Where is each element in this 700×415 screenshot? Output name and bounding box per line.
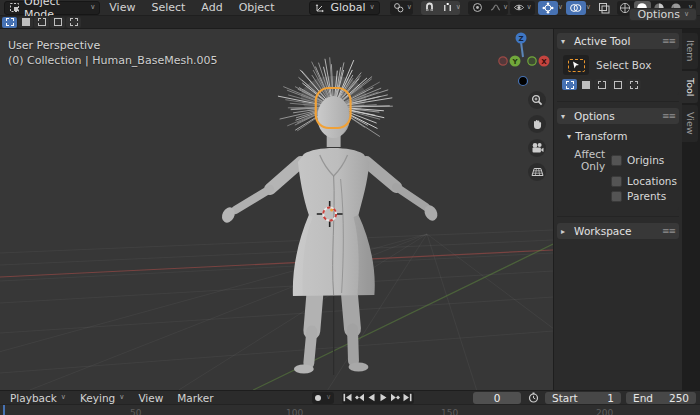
parents-checkbox[interactable]	[611, 191, 622, 202]
menu-object[interactable]: Object	[232, 1, 282, 15]
chevron-down-icon[interactable]: ∨	[586, 4, 591, 11]
camera-view-button[interactable]	[528, 139, 546, 157]
start-value: 1	[607, 392, 614, 404]
chevron-down-icon: ▾	[561, 37, 570, 46]
panel-mode-extend-button[interactable]	[578, 79, 593, 90]
keying-menu[interactable]: Keying ∨	[74, 392, 130, 404]
select-mode-intersect-button[interactable]	[66, 17, 81, 28]
preview-range-button[interactable]	[526, 392, 540, 404]
viewport-text-overlay: User Perspective (0) Collection | Human_…	[8, 38, 218, 68]
panel-menu-icon[interactable]: ≡≡	[662, 36, 675, 46]
viewport-header: Object Mode ∨ View Select Add Object Glo…	[0, 0, 700, 16]
mode-dropdown[interactable]: Object Mode ∨	[4, 1, 100, 15]
axis-z-negative	[519, 77, 528, 86]
tab-item[interactable]: Item	[682, 33, 698, 69]
tool-options-button[interactable]: Options ∨	[629, 8, 697, 21]
affect-only-origins-row: Affect Only Origins	[559, 148, 677, 172]
menu-add[interactable]: Add	[194, 1, 229, 15]
object-mode-icon	[9, 2, 20, 14]
blender-window: Object Mode ∨ View Select Add Object Glo…	[0, 0, 700, 415]
xray-toggle[interactable]	[594, 1, 614, 15]
gizmo-toggle-group: ∨	[538, 1, 563, 15]
zoom-button[interactable]	[528, 91, 546, 109]
chevron-down-icon: ∨	[456, 4, 460, 11]
stopwatch-icon	[528, 392, 539, 403]
axis-y-negative	[528, 57, 536, 65]
tab-view[interactable]: View	[682, 105, 698, 142]
marker-menu[interactable]: Marker	[171, 392, 219, 404]
view-perspective-label: User Perspective	[8, 38, 218, 53]
panel-menu-icon[interactable]: ≡≡	[662, 111, 675, 121]
start-frame-field[interactable]: Start 1	[545, 392, 621, 404]
character-mesh[interactable]	[219, 57, 440, 373]
transform-orientation-dropdown[interactable]: Global ∨	[309, 1, 379, 15]
select-mode-invert-button[interactable]	[50, 17, 65, 28]
record-button[interactable]	[312, 392, 324, 404]
jump-to-end-button[interactable]	[402, 392, 414, 404]
transport-controls	[342, 392, 414, 404]
pivot-point-dropdown[interactable]: ∨	[390, 1, 413, 15]
perspective-ortho-button[interactable]	[528, 163, 546, 181]
3d-viewport[interactable]: User Perspective (0) Collection | Human_…	[0, 29, 553, 390]
panel-mode-subtract-button[interactable]	[594, 79, 609, 90]
axis-x-label: X	[541, 58, 547, 66]
tab-tool[interactable]: Tool	[682, 71, 698, 103]
chevron-down-icon: ∨	[326, 394, 331, 401]
select-box-tool-button[interactable]	[563, 55, 589, 75]
previous-keyframe-button[interactable]	[354, 392, 366, 404]
transform-subpanel-header[interactable]: ▾ Transform	[559, 128, 677, 145]
record-dot-icon	[313, 393, 323, 403]
select-mode-subtract-button[interactable]	[34, 17, 49, 28]
overlays-icon	[569, 2, 582, 14]
select-mode-extend-button[interactable]	[18, 17, 33, 28]
chevron-down-icon: ▾	[561, 112, 570, 121]
chevron-down-icon[interactable]: ∨	[558, 4, 563, 11]
playback-menu[interactable]: Playback ∨	[4, 392, 72, 404]
proportional-circle-icon	[471, 2, 483, 14]
panel-menu-icon[interactable]: ≡≡	[662, 226, 675, 236]
select-mode-set-button[interactable]	[2, 17, 17, 28]
end-frame-field[interactable]: End 250	[626, 392, 696, 404]
active-tool-header[interactable]: ▾ Active Tool ≡≡	[557, 33, 679, 49]
playhead[interactable]	[3, 405, 5, 415]
locations-checkbox[interactable]	[611, 176, 622, 187]
active-tool-row: Select Box	[559, 53, 677, 79]
visibility-dropdown[interactable]: ∨	[510, 1, 535, 15]
panel-mode-set-button[interactable]	[562, 79, 577, 90]
active-tool-name: Select Box	[596, 59, 651, 71]
play-button[interactable]	[378, 392, 390, 404]
origins-checkbox[interactable]	[611, 155, 622, 166]
view-menu[interactable]: View	[132, 392, 169, 404]
record-options-dropdown[interactable]: ∨	[324, 392, 334, 404]
menu-select[interactable]: Select	[144, 1, 192, 15]
orientation-axes-icon	[314, 2, 326, 14]
snap-settings-dropdown[interactable]: ∨	[439, 1, 460, 15]
options-header[interactable]: ▾ Options ≡≡	[557, 108, 679, 124]
workspace-header[interactable]: ▸ Workspace ≡≡	[557, 223, 679, 239]
x-axis-line	[0, 250, 553, 277]
current-frame-field[interactable]: 0	[473, 392, 521, 404]
divider	[557, 101, 679, 102]
jump-to-start-button[interactable]	[342, 392, 354, 404]
workspace-section: ▸ Workspace ≡≡	[557, 223, 679, 239]
panel-mode-invert-button[interactable]	[610, 79, 625, 90]
panel-mode-intersect-button[interactable]	[626, 79, 641, 90]
auto-keyframe-group: ∨	[312, 392, 334, 404]
grid-perspective-icon	[531, 166, 544, 178]
chevron-down-icon: ∨	[503, 4, 507, 11]
timeline-ruler[interactable]: 50 100 150 200	[0, 404, 700, 415]
proportional-falloff-dropdown[interactable]: ∨	[486, 1, 507, 15]
section-title: Active Tool	[574, 35, 630, 47]
viewport-side-tools	[528, 91, 546, 181]
chevron-down-icon: ∨	[684, 11, 689, 18]
navigation-gizmo[interactable]: Z Y X	[495, 31, 553, 93]
proportional-edit-toggle[interactable]	[468, 1, 486, 15]
play-reverse-button[interactable]	[366, 392, 378, 404]
next-keyframe-button[interactable]	[390, 392, 402, 404]
show-overlays-toggle[interactable]	[566, 1, 586, 15]
menu-view[interactable]: View	[102, 1, 142, 15]
show-gizmo-toggle[interactable]	[538, 1, 558, 15]
pan-button[interactable]	[528, 115, 546, 133]
end-label: End	[633, 392, 653, 404]
snap-toggle[interactable]	[421, 1, 439, 15]
